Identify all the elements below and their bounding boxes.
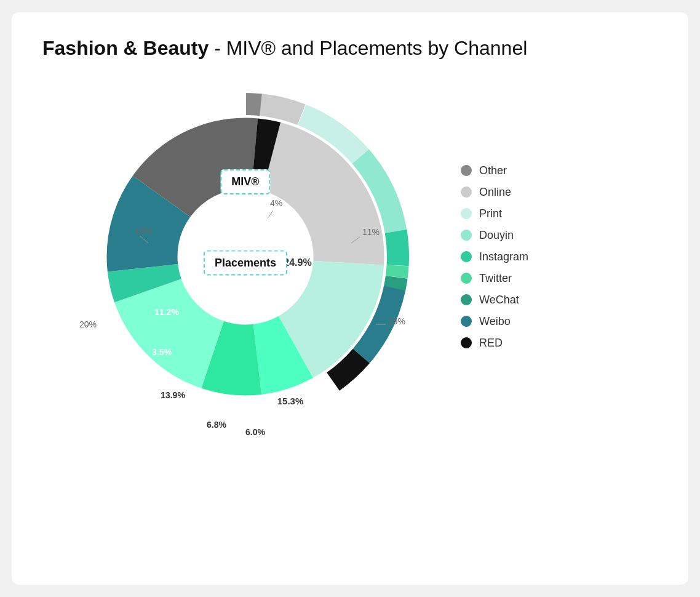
svg-text:10%: 10%: [135, 226, 152, 236]
legend-dot-twitter: [461, 273, 472, 284]
legend-item-douyin: Douyin: [461, 229, 528, 242]
legend-dot-online: [461, 186, 472, 198]
svg-text:15.3%: 15.3%: [277, 396, 304, 406]
legend-label-wechat: WeChat: [479, 294, 519, 307]
svg-text:6.0%: 6.0%: [245, 427, 265, 435]
card: Fashion & Beauty - MIV® and Placements b…: [12, 12, 688, 585]
svg-text:3.5%: 3.5%: [152, 347, 172, 357]
legend-dot-red: [461, 337, 472, 348]
svg-text:4%: 4%: [270, 198, 282, 208]
legend-item-twitter: Twitter: [461, 272, 528, 285]
legend-item-online: Online: [461, 186, 528, 199]
legend-item-red: RED: [461, 337, 528, 350]
legend-dot-weibo: [461, 316, 472, 327]
legend-item-instagram: Instagram: [461, 250, 528, 263]
legend-label-red: RED: [479, 337, 503, 350]
legend-dot-other: [461, 165, 472, 176]
legend-item-wechat: WeChat: [461, 294, 528, 307]
legend: Other Online Print Douyin Instagram Twit…: [461, 164, 528, 350]
legend-label-weibo: Weibo: [479, 315, 511, 328]
svg-text:13.9%: 13.9%: [161, 390, 185, 400]
svg-text:15.8%: 15.8%: [194, 233, 221, 243]
svg-text:6.8%: 6.8%: [207, 420, 226, 430]
legend-label-twitter: Twitter: [479, 272, 512, 285]
legend-dot-instagram: [461, 251, 472, 262]
svg-point-18: [179, 190, 312, 323]
legend-dot-print: [461, 208, 472, 219]
legend-label-douyin: Douyin: [479, 229, 514, 242]
legend-label-online: Online: [479, 186, 511, 199]
donut-chart: 24.9% 15.3% 6.0% 6.8% 13.9% 3.5% 11.2% 1…: [67, 78, 424, 435]
legend-dot-wechat: [461, 294, 472, 305]
legend-item-other: Other: [461, 164, 528, 177]
svg-text:24.9%: 24.9%: [284, 257, 311, 268]
legend-label-print: Print: [479, 207, 502, 220]
legend-dot-douyin: [461, 230, 472, 241]
svg-text:19%: 19%: [388, 316, 405, 326]
legend-item-print: Print: [461, 207, 528, 220]
page-title: Fashion & Beauty - MIV® and Placements b…: [42, 37, 658, 60]
chart-area: 24.9% 15.3% 6.0% 6.8% 13.9% 3.5% 11.2% 1…: [42, 78, 658, 435]
legend-item-weibo: Weibo: [461, 315, 528, 328]
svg-text:11.2%: 11.2%: [154, 307, 179, 317]
legend-label-other: Other: [479, 164, 507, 177]
legend-label-instagram: Instagram: [479, 250, 528, 263]
svg-text:11%: 11%: [362, 227, 380, 237]
